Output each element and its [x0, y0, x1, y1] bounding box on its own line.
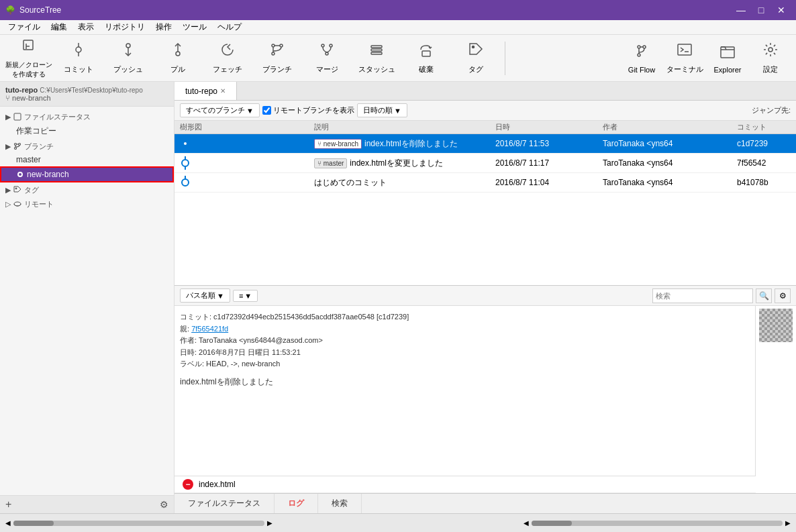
- sidebar-item-master[interactable]: master: [0, 153, 174, 166]
- detail-options-button[interactable]: ⚙: [775, 288, 791, 303]
- graph-cell-1: [180, 156, 314, 170]
- list-view-button[interactable]: ≡ ▼: [233, 290, 258, 302]
- sidebar-section-remotes[interactable]: ▷ リモート: [0, 197, 174, 211]
- title-bar-controls: — □ ✕: [732, 1, 791, 19]
- detail-search-button[interactable]: 🔍: [756, 288, 772, 303]
- menu-edit[interactable]: 編集: [46, 20, 72, 34]
- branch-label: ブランチ: [262, 64, 292, 74]
- svg-point-2: [76, 47, 81, 52]
- sidebar-bottom: + ⚙: [0, 495, 174, 513]
- svg-point-11: [330, 44, 332, 47]
- gitflow-button[interactable]: Git Flow: [621, 38, 662, 78]
- svg-rect-23: [721, 47, 734, 58]
- new-branch-dot-icon: [17, 172, 23, 177]
- menu-help[interactable]: ヘルプ: [212, 20, 247, 34]
- terminal-button[interactable]: ターミナル: [664, 38, 705, 78]
- new-clone-label: 新規／クローンを作成する: [5, 60, 52, 79]
- parent-link[interactable]: 7f565421fd: [191, 325, 228, 333]
- sidebar-item-work-copy[interactable]: 作業コピー: [0, 123, 174, 139]
- tab-tuto-repo[interactable]: tuto-repo ✕: [175, 82, 237, 100]
- maximize-button[interactable]: □: [752, 1, 770, 19]
- push-label: プッシュ: [113, 64, 143, 74]
- explorer-button[interactable]: Explorer: [707, 38, 748, 78]
- bottom-tab-log-label: ログ: [288, 498, 304, 509]
- sidebar-section-file-status[interactable]: ▶ ファイルステータス: [0, 109, 174, 123]
- path-order-button[interactable]: パス名順 ▼: [180, 288, 230, 303]
- svg-rect-0: [23, 40, 33, 50]
- content-area: tuto-repo ✕ すべてのブランチ ▼ リモートブランチを表示 日時の順 …: [175, 82, 796, 513]
- tag-button[interactable]: タグ: [452, 38, 499, 78]
- pull-label: プル: [170, 64, 185, 74]
- branch-button[interactable]: ブランチ: [254, 38, 301, 78]
- detail-search-input[interactable]: [652, 288, 753, 303]
- tags-icon: [13, 186, 21, 195]
- commit-message-2: はじめてのコミット: [314, 178, 387, 187]
- bottom-tabs: ファイルステータス ログ 検索: [175, 493, 796, 513]
- menu-repository[interactable]: リポジトリ: [99, 20, 150, 34]
- scroll-right-button[interactable]: ▶: [267, 519, 272, 527]
- path-order-chevron: ▼: [217, 292, 224, 300]
- push-button[interactable]: プッシュ: [105, 38, 152, 78]
- detail-toolbar: パス名順 ▼ ≡ ▼ 🔍 ⚙: [175, 286, 796, 306]
- status-scroll-right-button[interactable]: ▶: [785, 519, 791, 527]
- menu-operations[interactable]: 操作: [150, 20, 177, 34]
- file-row-index-html[interactable]: − index.html: [175, 476, 756, 493]
- list-view-icon: ≡: [239, 292, 243, 300]
- bottom-tab-file-status-label: ファイルステータス: [188, 498, 260, 509]
- bottom-tab-file-status[interactable]: ファイルステータス: [175, 494, 275, 513]
- commit-toolbar: すべてのブランチ ▼ リモートブランチを表示 日時の順 ▼ ジャンプ先:: [175, 101, 796, 121]
- sidebar-item-new-branch[interactable]: new-branch: [0, 166, 174, 182]
- svg-point-28: [19, 143, 21, 145]
- commit-list: ⑂ new-branch index.htmlを削除しました 2016/8/7 …: [175, 134, 796, 285]
- app-title: SourceTree: [19, 5, 61, 15]
- sidebar-repo-name: tuto-repo: [5, 86, 38, 94]
- svg-point-19: [643, 46, 646, 48]
- sidebar-section-tags[interactable]: ▶ タグ: [0, 182, 174, 197]
- commit-row-b41078b[interactable]: はじめてのコミット 2016/8/7 11:04 TaroTanaka <yns…: [175, 173, 796, 193]
- pull-button[interactable]: プル: [154, 38, 201, 78]
- menu-tools[interactable]: ツール: [177, 20, 212, 34]
- fetch-button[interactable]: フェッチ: [204, 38, 251, 78]
- commit-area: すべてのブランチ ▼ リモートブランチを表示 日時の順 ▼ ジャンプ先: 樹形図…: [175, 101, 796, 493]
- horizontal-scrollbar-right[interactable]: [532, 521, 783, 526]
- menu-view[interactable]: 表示: [72, 20, 99, 34]
- commit-row-7f56542[interactable]: ⑂ master index.htmlを変更しました 2016/8/7 11:1…: [175, 154, 796, 173]
- status-scroll-left-button[interactable]: ◀: [524, 519, 529, 527]
- author-cell-1: TaroTanaka <yns64: [603, 158, 737, 168]
- scroll-left-button[interactable]: ◀: [5, 519, 11, 527]
- menu-file[interactable]: ファイル: [3, 20, 46, 34]
- remote-checkbox-input[interactable]: [262, 106, 271, 115]
- discard-button[interactable]: 破棄: [403, 38, 450, 78]
- order-filter-button[interactable]: 日時の順 ▼: [357, 103, 407, 117]
- minimize-button[interactable]: —: [732, 1, 750, 19]
- sidebar-repo-path: C:¥Users¥Test¥Desktop¥tuto-repo: [40, 87, 142, 94]
- settings-button[interactable]: 設定: [750, 38, 791, 78]
- close-button[interactable]: ✕: [772, 1, 791, 19]
- bottom-tab-log[interactable]: ログ: [275, 494, 318, 513]
- stash-button[interactable]: スタッシュ: [353, 38, 400, 78]
- sidebar-settings-button[interactable]: ⚙: [160, 499, 168, 510]
- author-line: 作者: TaroTanaka <yns64844@zasod.com>: [180, 335, 750, 347]
- branch-filter-label: すべてのブランチ: [186, 105, 245, 115]
- master-label: master: [16, 155, 41, 164]
- description-cell-1: ⑂ master index.htmlを変更しました: [314, 158, 495, 169]
- remote-checkbox-label[interactable]: リモートブランチを表示: [262, 105, 354, 115]
- sidebar-section-branches[interactable]: ▶ ブランチ: [0, 139, 174, 153]
- new-clone-button[interactable]: 新規／クローンを作成する: [5, 38, 52, 78]
- author-cell-2: TaroTanaka <yns64: [603, 178, 737, 187]
- description-cell-0: ⑂ new-branch index.htmlを削除しました: [314, 138, 495, 150]
- merge-button[interactable]: マージ: [303, 38, 350, 78]
- commit-button[interactable]: コミット: [55, 38, 102, 78]
- file-status-chevron: ▶: [5, 113, 11, 121]
- tags-chevron: ▶: [5, 186, 11, 195]
- bottom-tab-search[interactable]: 検索: [318, 494, 362, 513]
- file-name: index.html: [199, 480, 236, 489]
- tab-close-icon[interactable]: ✕: [220, 87, 226, 95]
- bottom-tab-search-label: 検索: [332, 498, 348, 509]
- add-repo-button[interactable]: +: [5, 498, 11, 511]
- horizontal-scrollbar[interactable]: [13, 521, 264, 526]
- branch-filter-button[interactable]: すべてのブランチ ▼: [180, 103, 260, 117]
- svg-rect-13: [371, 46, 382, 48]
- title-bar: 🌳 SourceTree — □ ✕: [0, 0, 796, 20]
- commit-row-c1d7239[interactable]: ⑂ new-branch index.htmlを削除しました 2016/8/7 …: [175, 134, 796, 154]
